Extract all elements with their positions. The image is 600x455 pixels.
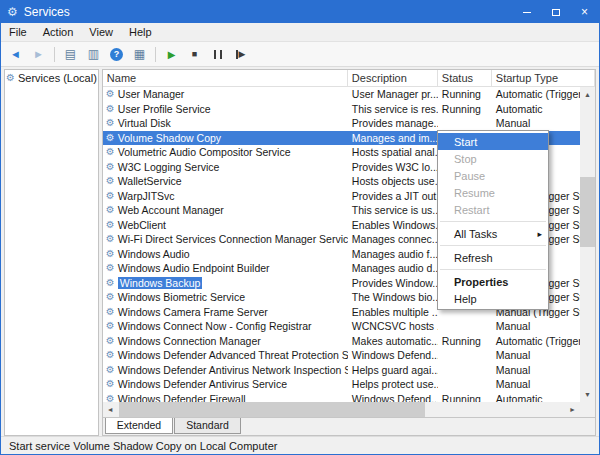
tree-item-label: Services (Local): [18, 72, 97, 84]
help-button[interactable]: ?: [106, 44, 127, 65]
service-name: WalletService: [118, 175, 182, 187]
service-gear-icon: ⚙: [106, 307, 115, 317]
view-tab-standard[interactable]: Standard: [174, 418, 241, 434]
context-menu-item-label: All Tasks: [454, 228, 497, 240]
services-app-icon: ⚙: [7, 5, 18, 19]
horizontal-scroll-thumb[interactable]: [119, 402, 425, 417]
context-menu-separator: [440, 269, 546, 270]
services-window: ⚙ Services × FileActionViewHelp ◄ ► ▤ ▥ …: [0, 0, 600, 455]
service-description: Provides a JIT out...: [348, 190, 438, 202]
service-name: Windows Defender Firewall: [118, 393, 246, 402]
service-description: Provides Window...: [348, 277, 438, 289]
service-status: Running: [438, 88, 492, 100]
service-gear-icon: ⚙: [106, 220, 115, 230]
context-menu-item-label: Stop: [454, 153, 477, 165]
service-row[interactable]: ⚙ Windows Defender Firewall Windows Defe…: [103, 392, 580, 403]
start-service-icon: ▶: [168, 49, 176, 60]
horizontal-scrollbar[interactable]: ◄ ►: [103, 402, 595, 417]
service-row[interactable]: ⚙ User Profile Service This service is r…: [103, 102, 580, 117]
service-row[interactable]: ⚙ Windows Connect Now - Config Registrar…: [103, 319, 580, 334]
service-status: Running: [438, 335, 492, 347]
menu-action[interactable]: Action: [35, 26, 82, 38]
service-name: Windows Connect Now - Config Registrar: [118, 320, 312, 332]
service-name: Windows Backup: [118, 277, 203, 289]
service-startup-type: Automatic (Trigger Start): [492, 88, 580, 100]
service-name: WebClient: [118, 219, 166, 231]
column-header-startup-type[interactable]: Startup Type: [492, 70, 595, 86]
export-list-button[interactable]: ▥: [83, 44, 104, 65]
toolbar-separator: [155, 47, 156, 62]
minimize-icon: [523, 12, 531, 13]
view-tab-extended[interactable]: Extended: [105, 418, 173, 434]
forward-arrow-icon: ►: [33, 48, 44, 60]
service-description: Helps protect use...: [348, 378, 438, 390]
context-menu-item-all-tasks[interactable]: All Tasks ▸: [438, 225, 548, 242]
service-row[interactable]: ⚙ Windows Defender Antivirus Service Hel…: [103, 377, 580, 392]
service-row[interactable]: ⚙ Windows Connection Manager Makes autom…: [103, 334, 580, 349]
service-gear-icon: ⚙: [106, 249, 115, 259]
service-gear-icon: ⚙: [106, 278, 115, 288]
service-row[interactable]: ⚙ User Manager User Manager pr... Runnin…: [103, 87, 580, 102]
properties-button[interactable]: ▦: [129, 44, 150, 65]
scrollbar-corner: [580, 402, 595, 417]
restart-service-icon: ▶: [236, 49, 246, 59]
menu-file[interactable]: File: [1, 26, 35, 38]
context-menu-item-label: Help: [454, 293, 477, 305]
service-description: The Windows bio...: [348, 291, 438, 303]
list-column-headers: Name Description Status Startup Type: [103, 70, 595, 87]
start-service-button[interactable]: ▶: [161, 44, 182, 65]
minimize-button[interactable]: [512, 1, 541, 23]
stop-service-button[interactable]: ■: [184, 44, 205, 65]
close-button[interactable]: ×: [570, 1, 599, 23]
service-status: Running: [438, 103, 492, 115]
menu-label: View: [89, 26, 113, 38]
context-menu-item-help[interactable]: Help ▸: [438, 290, 548, 307]
tree-item-services-local[interactable]: ⚙ Services (Local): [6, 72, 97, 84]
context-menu-item-stop: Stop ▸: [438, 150, 548, 167]
service-gear-icon: ⚙: [106, 350, 115, 360]
service-startup-type: Automatic: [492, 393, 580, 402]
service-gear-icon: ⚙: [106, 379, 115, 389]
menu-label: Help: [129, 26, 152, 38]
column-header-description[interactable]: Description: [348, 70, 438, 86]
service-row[interactable]: ⚙ Windows Defender Antivirus Network Ins…: [103, 363, 580, 378]
column-header-status[interactable]: Status: [438, 70, 492, 86]
service-gear-icon: ⚙: [106, 147, 115, 157]
menu-help[interactable]: Help: [121, 26, 160, 38]
context-menu-item-properties[interactable]: Properties ▸: [438, 273, 548, 290]
service-startup-type: Automatic: [492, 103, 580, 115]
scroll-right-icon[interactable]: ►: [565, 402, 580, 417]
show-console-tree-button[interactable]: ▤: [60, 44, 81, 65]
back-button[interactable]: ◄: [5, 44, 26, 65]
menu-view[interactable]: View: [81, 26, 121, 38]
scroll-left-icon[interactable]: ◄: [103, 402, 118, 417]
pause-service-button[interactable]: [207, 44, 228, 65]
close-icon: ×: [581, 6, 588, 18]
restart-service-button[interactable]: ▶: [230, 44, 251, 65]
back-arrow-icon: ◄: [10, 48, 21, 60]
service-row[interactable]: ⚙ Windows Defender Advanced Threat Prote…: [103, 348, 580, 363]
scroll-down-icon[interactable]: ▼: [580, 387, 595, 402]
maximize-button[interactable]: [541, 1, 570, 23]
service-name: Windows Audio Endpoint Builder: [118, 262, 270, 274]
horizontal-scroll-track[interactable]: [118, 402, 565, 417]
service-startup-type: Manual: [492, 364, 580, 376]
scroll-up-icon[interactable]: ▲: [580, 87, 595, 102]
column-header-name[interactable]: Name: [103, 70, 348, 86]
service-name: Windows Defender Antivirus Service: [118, 378, 287, 390]
vertical-scrollbar[interactable]: ▲ ▼: [580, 87, 595, 402]
service-row[interactable]: ⚙ Virtual Disk Provides manage... Manual: [103, 116, 580, 131]
forward-button[interactable]: ►: [28, 44, 49, 65]
context-menu-item-refresh[interactable]: Refresh ▸: [438, 249, 548, 266]
service-gear-icon: ⚙: [106, 365, 115, 375]
toolbar: ◄ ► ▤ ▥ ? ▦ ▶ ■ ▶: [1, 42, 599, 67]
pause-service-icon: [214, 50, 222, 59]
service-name: Windows Camera Frame Server: [118, 306, 268, 318]
view-tab-label: Standard: [186, 419, 229, 431]
service-gear-icon: ⚙: [106, 205, 115, 215]
titlebar[interactable]: ⚙ Services ×: [1, 1, 599, 23]
context-menu-item-start[interactable]: Start ▸: [438, 133, 548, 150]
vertical-scroll-thumb[interactable]: [580, 177, 595, 247]
properties-sheet-icon: ▦: [134, 47, 145, 61]
menu-label: Action: [43, 26, 74, 38]
